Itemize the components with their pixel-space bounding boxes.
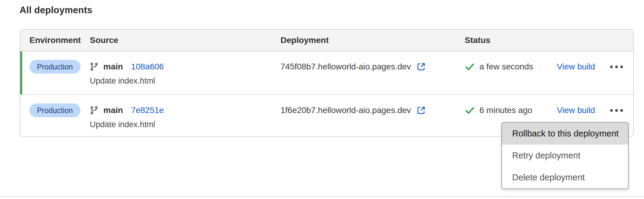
ellipsis-icon[interactable] bbox=[610, 103, 623, 117]
environment-badge: Production bbox=[29, 103, 80, 117]
check-icon bbox=[465, 62, 475, 72]
external-link-icon[interactable] bbox=[416, 105, 426, 115]
ellipsis-icon[interactable] bbox=[610, 60, 623, 74]
environment-cell: Production bbox=[20, 60, 90, 74]
view-build-link[interactable]: View build bbox=[557, 60, 595, 74]
branch-name: main bbox=[103, 62, 123, 72]
table-row: Production main 108a606 Update index.htm… bbox=[20, 51, 633, 95]
view-build-link[interactable]: View build bbox=[557, 103, 595, 117]
status-time: a few seconds bbox=[479, 62, 533, 72]
menu-item-retry[interactable]: Retry deployment bbox=[502, 145, 628, 167]
source-cell: main 7e8251e Update index.html bbox=[90, 103, 281, 129]
deployment-cell: 1f6e20b7.helloworld-aio.pages.dev bbox=[281, 103, 465, 117]
column-header-environment: Environment bbox=[20, 35, 90, 45]
page-title: All deployments bbox=[20, 5, 92, 16]
menu-item-delete[interactable]: Delete deployment bbox=[502, 167, 628, 188]
table-header-row: Environment Source Deployment Status bbox=[20, 30, 633, 51]
external-link-icon[interactable] bbox=[416, 62, 426, 72]
status-cell: 6 minutes ago View build bbox=[465, 103, 633, 117]
source-cell: main 108a606 Update index.html bbox=[90, 60, 281, 86]
commit-message: Update index.html bbox=[90, 120, 281, 129]
column-header-source: Source bbox=[90, 35, 281, 45]
environment-badge: Production bbox=[29, 60, 80, 74]
deployment-cell: 745f08b7.helloworld-aio.pages.dev bbox=[281, 60, 465, 74]
git-branch-icon bbox=[90, 62, 99, 71]
bottom-divider bbox=[0, 196, 644, 197]
status-cell: a few seconds View build bbox=[465, 60, 633, 74]
deployment-actions-menu: Rollback to this deployment Retry deploy… bbox=[501, 122, 629, 189]
branch-name: main bbox=[103, 106, 123, 115]
commit-link[interactable]: 108a606 bbox=[131, 62, 164, 72]
environment-cell: Production bbox=[20, 103, 90, 117]
git-branch-icon bbox=[90, 106, 99, 115]
column-header-status: Status bbox=[465, 35, 633, 45]
deployment-url: 1f6e20b7.helloworld-aio.pages.dev bbox=[281, 106, 411, 115]
commit-message: Update index.html bbox=[90, 76, 281, 86]
deployments-table: Environment Source Deployment Status Pro… bbox=[20, 29, 634, 137]
column-header-deployment: Deployment bbox=[281, 35, 465, 45]
check-icon bbox=[465, 105, 475, 115]
deployment-url: 745f08b7.helloworld-aio.pages.dev bbox=[281, 62, 411, 72]
status-time: 6 minutes ago bbox=[479, 106, 532, 115]
menu-item-rollback[interactable]: Rollback to this deployment bbox=[502, 123, 628, 145]
commit-link[interactable]: 7e8251e bbox=[131, 106, 164, 115]
